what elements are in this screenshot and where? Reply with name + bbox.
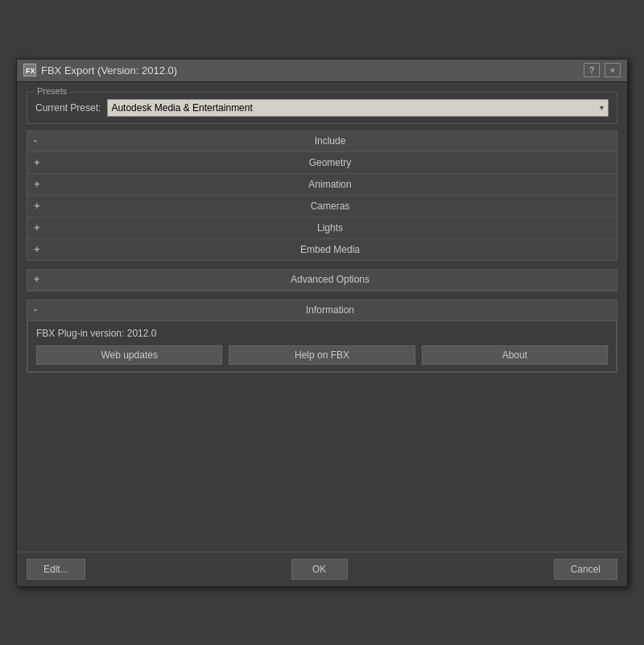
information-title: Information	[50, 304, 610, 316]
help-button[interactable]: ?	[584, 63, 600, 77]
cameras-header[interactable]: + Cameras	[27, 196, 617, 217]
current-preset-label: Current Preset:	[35, 102, 101, 114]
ok-button[interactable]: OK	[291, 559, 348, 580]
app-icon: FX	[23, 64, 36, 76]
lights-subsection: + Lights	[27, 217, 617, 239]
information-section: - Information FBX Plug-in version: 2012.…	[27, 300, 617, 373]
include-header[interactable]: - Include	[27, 131, 617, 152]
advanced-title: Advanced Options	[50, 274, 610, 285]
include-title: Include	[50, 135, 610, 147]
title-bar-controls: ? ×	[584, 63, 621, 77]
dialog-footer: Edit... OK Cancel	[17, 552, 627, 586]
presets-section: Presets Current Preset: Autodesk Media &…	[27, 92, 617, 124]
edit-button[interactable]: Edit...	[27, 559, 85, 580]
cameras-title: Cameras	[50, 201, 610, 212]
plugin-version: FBX Plug-in version: 2012.0	[36, 328, 608, 339]
embed-media-subsection: + Embed Media	[27, 239, 617, 260]
presets-label: Presets	[34, 86, 70, 96]
lights-header[interactable]: + Lights	[27, 217, 617, 238]
preset-select[interactable]: Autodesk Media & Entertainment FBX Defau…	[107, 99, 609, 117]
advanced-options-header[interactable]: + Advanced Options	[27, 270, 617, 291]
include-toggle: -	[34, 135, 43, 147]
embed-media-title: Embed Media	[50, 244, 610, 255]
cancel-button[interactable]: Cancel	[554, 559, 617, 580]
information-toggle: -	[34, 304, 43, 316]
advanced-options-section: + Advanced Options	[27, 269, 617, 291]
geometry-header[interactable]: + Geometry	[27, 152, 617, 173]
about-button[interactable]: About	[422, 345, 608, 365]
dialog-body: Presets Current Preset: Autodesk Media &…	[17, 82, 627, 552]
close-button[interactable]: ×	[605, 63, 621, 77]
animation-title: Animation	[50, 179, 610, 190]
information-header[interactable]: - Information	[27, 300, 617, 321]
fbx-export-dialog: FX FBX Export (Version: 2012.0) ? × Pres…	[16, 59, 628, 587]
geometry-toggle: +	[34, 156, 43, 168]
content-spacer	[27, 381, 617, 542]
include-sub-sections: + Geometry + Animation + Cameras	[27, 152, 617, 260]
lights-title: Lights	[50, 222, 610, 234]
include-section: - Include + Geometry + Animation	[27, 130, 617, 261]
geometry-subsection: + Geometry	[27, 152, 617, 174]
svg-text:FX: FX	[26, 67, 35, 75]
embed-media-toggle: +	[34, 243, 43, 255]
help-on-fbx-button[interactable]: Help on FBX	[229, 345, 415, 365]
animation-header[interactable]: + Animation	[27, 174, 617, 195]
title-bar: FX FBX Export (Version: 2012.0) ? ×	[17, 60, 627, 82]
embed-media-header[interactable]: + Embed Media	[27, 239, 617, 260]
web-updates-button[interactable]: Web updates	[36, 345, 222, 365]
window-title: FBX Export (Version: 2012.0)	[41, 64, 177, 76]
preset-row: Current Preset: Autodesk Media & Enterta…	[35, 99, 609, 117]
info-buttons-row: Web updates Help on FBX About	[36, 345, 608, 365]
cameras-toggle: +	[34, 200, 43, 212]
geometry-title: Geometry	[50, 157, 610, 168]
preset-select-wrapper[interactable]: Autodesk Media & Entertainment FBX Defau…	[107, 99, 609, 117]
animation-subsection: + Animation	[27, 174, 617, 196]
cameras-subsection: + Cameras	[27, 196, 617, 217]
lights-toggle: +	[34, 221, 43, 234]
advanced-toggle: +	[34, 274, 43, 285]
information-content: FBX Plug-in version: 2012.0 Web updates …	[27, 321, 617, 372]
title-bar-left: FX FBX Export (Version: 2012.0)	[23, 64, 177, 76]
animation-toggle: +	[34, 178, 43, 190]
